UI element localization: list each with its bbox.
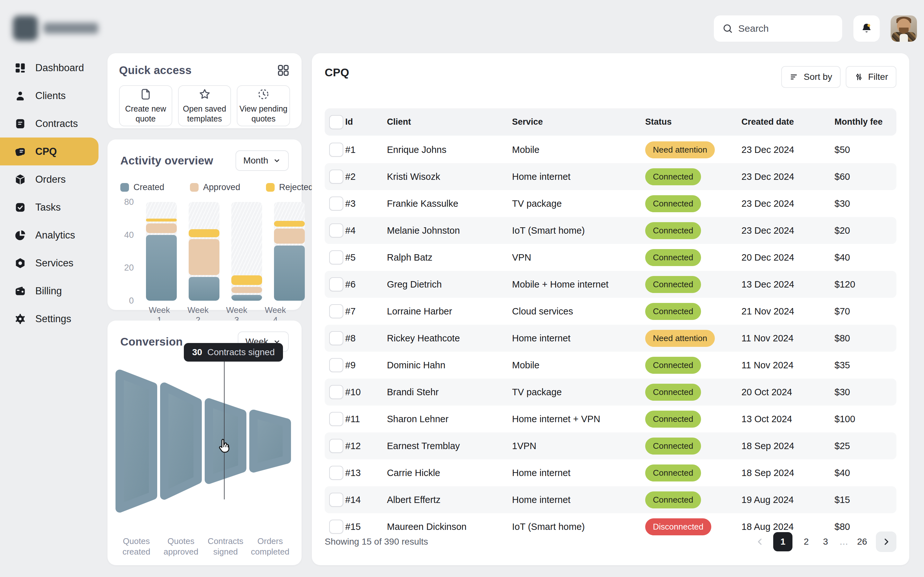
table-row[interactable]: #12Earnest Tremblay1VPNConnected18 Sep 2… [325,432,897,459]
sidebar-item-analytics[interactable]: Analytics [0,221,107,249]
sidebar-item-label: Orders [35,174,66,185]
bar-week-1 [146,202,177,301]
quick-access-card-open-saved[interactable]: Open saved templates [178,85,231,126]
row-checkbox[interactable] [329,412,343,426]
sidebar-item-label: Analytics [35,229,75,241]
bar-segment-created [231,295,262,301]
funnel-tooltip: 30 Contracts signed [184,343,283,362]
sidebar-item-cpq[interactable]: CPQ [0,137,99,165]
sidebar-item-services[interactable]: Services [0,249,107,277]
row-client: Frankie Kassulke [384,198,509,209]
sidebar-item-clients[interactable]: Clients [0,82,107,110]
row-client: Earnest Tremblay [384,441,509,451]
row-service: VPN [509,252,643,263]
row-checkbox[interactable] [329,331,343,345]
settings-icon [14,313,26,325]
row-service: IoT (Smart home) [509,226,643,236]
row-checkbox[interactable] [329,250,343,264]
table-row[interactable]: #13Carrie HickleHome internetConnected18… [325,459,897,486]
activity-period-select[interactable]: Month [236,150,289,171]
funnel-segment-orders-completed[interactable] [254,414,287,468]
search-box[interactable] [714,15,842,42]
sidebar-item-contracts[interactable]: Contracts [0,110,107,137]
sidebar-item-settings[interactable]: Settings [0,305,107,333]
row-monthly-fee: $25 [832,441,897,451]
row-monthly-fee: $15 [832,495,897,505]
row-client: Brandi Stehr [384,387,509,398]
status-badge: Connected [645,303,701,320]
row-id: #2 [342,171,384,182]
bar-segment-approved [146,223,177,233]
table-row[interactable]: #11Sharon LehnerHome internet + VPNConne… [325,406,897,432]
app-logo-blurred [13,15,109,42]
row-created-date: 20 Oct 2024 [739,387,832,398]
table-row[interactable]: #2Kristi WisozkHome internetConnected23 … [325,163,897,190]
table-row[interactable]: #8Rickey HeathcoteHome internetNeed atte… [325,325,897,351]
table-row[interactable]: #3Frankie KassulkeTV packageConnected23 … [325,190,897,217]
grid-icon[interactable] [276,63,290,77]
filter-button[interactable]: Filter [846,66,897,88]
row-service: Home internet [509,495,643,505]
table-row[interactable]: #6Greg DietrichMobile + Home internetCon… [325,271,897,298]
row-service: 1VPN [509,441,643,451]
sort-by-button[interactable]: Sort by [781,66,841,88]
status-badge: Connected [645,438,701,455]
row-checkbox[interactable] [329,439,343,453]
sidebar-item-orders[interactable]: Orders [0,165,107,193]
legend-item-created: Created [120,182,164,192]
row-checkbox[interactable] [329,493,343,507]
row-client: Enrique Johns [384,145,509,155]
table-row[interactable]: #10Brandi StehrTV packageConnected20 Oct… [325,379,897,406]
sidebar-item-billing[interactable]: Billing [0,277,107,305]
page-26[interactable]: 26 [857,537,867,547]
page-1[interactable]: 1 [773,532,792,551]
quick-access-title: Quick access [119,64,192,77]
next-page-button[interactable] [876,532,897,552]
row-created-date: 11 Nov 2024 [739,360,832,371]
table-row[interactable]: #4Melanie JohnstonIoT (Smart home)Connec… [325,217,897,244]
status-badge: Need attention [645,141,715,158]
table-row[interactable]: #9Dominic HahnMobileConnected11 Nov 2024… [325,351,897,379]
row-checkbox[interactable] [329,358,343,372]
bar-segment-created [146,235,177,301]
table-row[interactable]: #5Ralph BatzVPNConnected20 Dec 2024$40 [325,244,897,271]
chevron-left-icon[interactable] [755,537,765,546]
notifications-button[interactable] [853,15,880,42]
row-checkbox[interactable] [329,197,343,211]
select-all-checkbox[interactable] [329,115,343,129]
bar-week-3 [231,202,262,301]
row-checkbox[interactable] [329,385,343,399]
page-3[interactable]: 3 [820,537,831,547]
sidebar-item-tasks[interactable]: Tasks [0,193,107,221]
table-row[interactable]: #7Lorraine HarberCloud servicesConnected… [325,298,897,325]
row-checkbox[interactable] [329,223,343,237]
quick-access-card-view-pending[interactable]: View pending quotes [237,85,290,126]
funnel-segment-quotes-created[interactable] [120,374,153,508]
row-checkbox[interactable] [329,466,343,480]
row-checkbox[interactable] [329,169,343,184]
row-monthly-fee: $40 [832,468,897,478]
status-badge: Connected [645,222,701,239]
row-checkbox[interactable] [329,143,343,157]
row-checkbox[interactable] [329,304,343,318]
column-header-status: Status [643,117,739,127]
table-row[interactable]: #1Enrique JohnsMobileNeed attention23 De… [325,136,897,163]
sidebar-item-dashboard[interactable]: Dashboard [0,54,107,82]
row-client: Maureen Dickinson [384,522,509,532]
row-monthly-fee: $70 [832,306,897,317]
cpq-title: CPQ [325,66,349,79]
row-created-date: 23 Dec 2024 [739,226,832,236]
funnel-label-quotes-created: Quotes created [115,536,157,557]
row-monthly-fee: $60 [832,171,897,182]
row-checkbox[interactable] [329,277,343,292]
services-icon [14,257,26,269]
table-row[interactable]: #14Albert EffertzHome internetConnected1… [325,486,897,513]
row-service: Mobile [509,145,643,155]
search-input[interactable] [738,23,834,34]
funnel-segment-quotes-approved[interactable] [164,387,198,496]
page-2[interactable]: 2 [801,537,812,547]
row-created-date: 20 Dec 2024 [739,252,832,263]
avatar[interactable] [891,15,917,42]
quick-access-card-create-new[interactable]: Create new quote [119,85,172,126]
quick-access-card-label: Create new quote [125,104,166,124]
